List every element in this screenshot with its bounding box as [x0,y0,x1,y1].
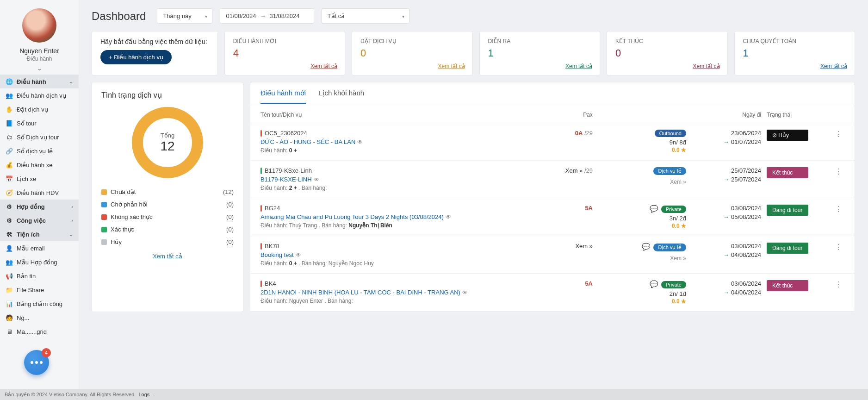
legend-row[interactable]: Hủy (0) [101,236,234,248]
nav-item[interactable]: 💰Điều hành xe [0,158,79,172]
nav-item[interactable]: ✋Đặt dịch vụ [0,102,79,116]
legend-label: Chờ phản hồi [111,201,148,208]
kebab-icon[interactable]: ⋮ [835,281,842,288]
col-date: 23/06/2024 →01/07/2024 [692,130,761,145]
nav-item[interactable]: 🧑Ng... [0,311,79,325]
nav-item[interactable]: 👥Điều hành dịch vụ [0,88,79,102]
stat-value: 0 [615,47,719,59]
nav-section-header[interactable]: ⚙Công việc› [0,213,79,227]
status-pill: Đang đi tour [767,243,808,254]
tab-departure-schedule[interactable]: Lịch khởi hành [319,89,364,104]
tab-new-operations[interactable]: Điều hành mới [260,89,306,104]
tour-code: B1179-KSxe-Linh [265,167,312,174]
nav-item[interactable]: 📘Sổ tour [0,116,79,130]
stat-card: ĐẶT DỊCH VỤ 0 Xem tất cả [352,31,472,75]
stat-value: 0 [360,47,464,59]
eye-icon[interactable]: 👁 [314,176,319,183]
nav-icon: 📘 [6,119,13,127]
row-indicator [260,168,262,174]
date-start: 25/07/2024 [692,167,761,174]
stat-view-all-link[interactable]: Xem tất cả [565,63,592,69]
col-info: 💬Dịch vụ lẻ Xem » [598,243,686,262]
legend-row[interactable]: Chưa đặt (12) [101,186,234,198]
date-start: 03/08/2024 [692,205,761,212]
nav-section-header[interactable]: 🛠Tiện ích⌄ [0,227,79,241]
star-icon: ★ [681,223,686,229]
col-pax: 5A [546,280,593,287]
user-name: Nguyen Enter [5,47,74,55]
nav-icon: ⚙ [6,203,13,210]
nav-item[interactable]: 👤Mẫu email [0,241,79,255]
nav-icon: 🛠 [6,231,13,238]
legend-swatch [101,189,107,195]
kebab-icon[interactable]: ⋮ [835,243,842,251]
kebab-icon[interactable]: ⋮ [835,205,842,213]
chat-bubble[interactable]: 4 [24,350,49,375]
eye-icon[interactable]: 👁 [462,289,468,296]
arrow-right-icon: → [723,138,729,145]
period-select[interactable]: Tháng này ▾ [157,8,212,24]
kebab-icon[interactable]: ⋮ [835,130,842,138]
footer-logs-link[interactable]: Logs [138,392,149,397]
legend-row[interactable]: Xác thực (0) [101,223,234,236]
info-xem-link[interactable]: Xem » [598,179,686,185]
nav-icon: 🌐 [6,78,13,85]
col-date: 03/08/2024 →04/08/2024 [692,243,761,258]
eye-icon[interactable]: 👁 [296,252,301,258]
pax-xem-link[interactable]: Xem » [575,243,593,250]
legend-swatch [101,202,107,207]
tour-link[interactable]: Booking test [260,251,294,258]
legend-row[interactable]: Chờ phản hồi (0) [101,198,234,211]
tour-link[interactable]: ĐỨC - ÁO - HUNG - SÉC - BA LAN [260,138,355,145]
legend-row[interactable]: Không xác thực (0) [101,211,234,223]
row-indicator [260,281,262,287]
eye-icon[interactable]: 👁 [446,214,451,220]
nav-icon: 👥 [6,92,13,99]
chevron-icon: ⌄ [69,231,73,238]
nav-section-header[interactable]: ⚙Hợp đồng› [0,200,79,213]
nav-item[interactable]: 🗂Sổ Dịch vụ tour [0,130,79,144]
table-row: BK4 2D1N HANOI - NINH BINH (HOA LU - TAM… [250,274,855,312]
nav-item[interactable]: 🔗Sổ dịch vụ lẻ [0,144,79,158]
type-badge: Dịch vụ lẻ [653,167,686,175]
date-range-select[interactable]: 01/08/2024 → 31/08/2024 [220,8,314,24]
tour-link[interactable]: 2D1N HANOI - NINH BINH (HOA LU - TAM COC… [260,289,460,296]
nav-item[interactable]: 🧭Điều hành HDV [0,186,79,200]
stat-view-all-link[interactable]: Xem tất cả [310,63,337,69]
filter-select[interactable]: Tất cả ▾ [322,8,409,24]
avatar[interactable] [22,8,56,43]
chat-icon[interactable]: 💬 [642,243,651,250]
status-view-all-link[interactable]: Xem tất cả [101,253,234,260]
chat-icon[interactable]: 💬 [650,280,658,288]
chat-icon[interactable]: 💬 [650,205,658,212]
tabs: Điều hành mới Lịch khởi hành [250,82,855,104]
tour-link[interactable]: B1179-KSXE-LINH [260,176,312,183]
info-xem-link[interactable]: Xem » [598,255,686,262]
donut-value: 12 [160,139,174,154]
pax-xem-link[interactable]: Xem » [565,167,583,174]
arrow-right-icon: → [723,213,729,220]
stat-view-all-link[interactable]: Xem tất cả [693,63,720,69]
eye-icon[interactable]: 👁 [357,139,363,145]
nav-item[interactable]: 📅Lịch xe [0,172,79,186]
nav-item[interactable]: 📢Bản tin [0,269,79,283]
type-badge: Outbound [655,130,686,137]
nav-section-header[interactable]: 🌐Điều hành⌄ [0,75,79,88]
nav-icon: 💰 [6,161,13,169]
tour-link[interactable]: Amazing Mai Chau and Pu Luong Tour 3 Day… [260,213,444,220]
nav-icon: 🧭 [6,189,13,196]
date-end: 25/07/2024 [731,176,761,183]
kebab-icon[interactable]: ⋮ [835,168,842,175]
nav-item[interactable]: 🖥Ma.......grid [0,325,79,338]
nav-item[interactable]: 👥Mẫu Hợp đồng [0,255,79,269]
chevron-down-icon[interactable]: ⌄ [5,65,74,72]
nav-item[interactable]: 📊Bảng chấm công [0,297,79,311]
row-indicator [260,243,262,250]
nav-item[interactable]: 📁File Share [0,283,79,297]
add-operation-button[interactable]: + Điều hành dịch vụ [100,50,172,64]
nav-icon: 🗂 [6,133,13,141]
col-info: 💬Private 2n/ 1đ0.0 ★ [598,280,686,305]
stat-view-all-link[interactable]: Xem tất cả [438,63,465,69]
stat-card: CHƯA QUYẾT TOÁN 1 Xem tất cả [734,31,855,75]
stat-view-all-link[interactable]: Xem tất cả [820,63,847,69]
